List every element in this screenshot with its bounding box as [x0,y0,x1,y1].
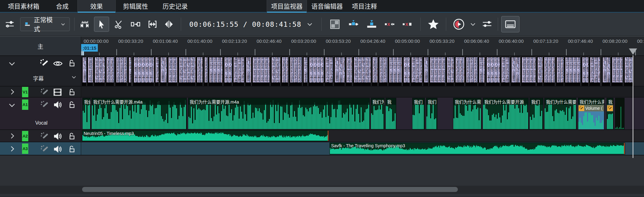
subtitle-clip[interactable]: 任何人都可以参与任何人都可以参与任何人都可以参与任何人都可以参与 [308,57,324,86]
subtitle-clip[interactable]: 自由和权利自由和权利自由和权利自由和权利自由和权利自由和权利自由 [289,57,302,86]
subtitle-tool-icon[interactable] [501,16,519,32]
render-preview-icon[interactable] [452,18,465,31]
slip-tool-icon[interactable] [161,17,176,32]
subtitle-clip[interactable]: 为软件的贡献为软件的贡献为软件的贡献为软件的贡献为软件的贡献为软件的贡献为软件的 [353,57,371,86]
collapse-track-icon[interactable] [8,59,16,68]
subtitle-clip[interactable]: 我们为什么需要开源我们为什么需要 [423,57,428,86]
audio-clip[interactable]: 我们为什么需要开源.m4a [92,98,187,130]
video-track-icon[interactable] [53,87,62,97]
timeline-marker-chip[interactable]: :01:15 [81,44,98,52]
audio-clip[interactable]: 我们为什么需 [453,98,481,130]
lock-open-icon[interactable] [68,88,76,96]
clip-fade-out-handle[interactable] [624,143,625,154]
subtitle-clip[interactable]: 源代码可以被查看 [128,57,131,86]
tab-project-monitor[interactable]: 项目监视器 [267,0,307,12]
a2-track-tag[interactable]: A2 [22,131,28,141]
subtitle-clip[interactable]: 自由和权利自由和权利自由和权利自 [556,57,564,86]
subtitle-clip[interactable]: 开源软件如何运作开源软件如何运作 [346,57,352,86]
edit-mode-dropdown[interactable]: 正常模式 [20,17,70,31]
overwrite-zone-icon[interactable] [366,18,378,30]
subtitle-clip[interactable]: 任何人都可以参与任何人都可以参与任何人都可以参与任何人都可以参与任何人都可以参与… [133,57,154,86]
subtitle-clip[interactable]: 透明开放的协作透明开放的协作透明开放的协作透明开 [501,57,509,86]
v1-track-header[interactable]: V1 [0,87,81,97]
tab-project-bin[interactable]: 项目素材箱 [0,0,47,12]
subtitle-clip[interactable]: 分发和改进的自由分发和改进的自由 [372,57,377,86]
audio-clip[interactable]: 我们 [426,98,437,130]
v1-track-lane[interactable] [81,87,644,97]
eye-icon[interactable] [53,59,63,69]
subtitle-clip[interactable]: 为软件的贡献为软件的贡献为软件的 [537,57,542,86]
playhead-line[interactable] [633,55,633,158]
chevron-down-icon[interactable] [70,74,77,81]
speaker-icon[interactable] [53,144,62,154]
clip-effect-strip[interactable]: V [607,105,613,111]
timeline-settings-icon[interactable] [4,19,15,30]
lock-open-icon[interactable] [68,132,76,140]
lock-open-icon[interactable] [68,59,76,67]
speaker-icon[interactable] [53,132,62,141]
audio-clip[interactable]: Savfk - The Travelling Symphony.mp3 [330,143,625,155]
subtitle-clip[interactable]: 我们为什么需要开源我们为什么需要 [245,57,251,86]
subtitle-clip[interactable]: 开源软件如何运作开源软件如何运作开源软件如何运作开源软件如何运作开源软件如何运作 [252,57,269,86]
a3-track-tag[interactable]: A3 [22,144,28,154]
subtitle-clip[interactable]: 我们为什么需要开源我们为什么需要 [82,57,86,86]
a2-track-lane[interactable]: Neutrin05 - Timeless.mp3 [81,130,644,142]
subtitle-clip[interactable]: 分发和改进的自由分发和改进的自由 [196,57,203,86]
subtitle-clip[interactable]: 我们为什么需要开源我们为什么需要开源我们为什么需 [334,57,345,86]
audio-clip[interactable]: 我们 [412,98,425,130]
subtitle-clip[interactable]: 自由和权利自由和权利自由和权利自由和权利自由和权利自由和权利自由 [465,57,477,86]
subtitle-clip[interactable]: 透明开放的协作透明开放的协作透明开放的协作透明开 [233,57,244,86]
subtitle-clip[interactable]: 为软件的贡献为软件的贡献为软件的贡献为软件的贡献 [94,57,105,86]
adjust-sliders-icon[interactable] [481,19,493,30]
audio-clip[interactable]: 我V [607,98,613,130]
favorite-effects-icon[interactable] [427,18,440,31]
subtitle-clip[interactable]: 开源软件如何运作开源软件如何运作开源软件如何运作 [611,57,623,86]
track-effects-icon[interactable] [40,88,49,97]
subtitle-clip[interactable]: 任何人都可以参与任何人都可以参与任何人都可以参与 [224,57,232,86]
audio-clip[interactable]: 我们 [82,98,91,130]
insert-zone-icon[interactable] [347,18,359,30]
a1-track-header[interactable]: A1 [0,98,81,129]
subtitle-clip[interactable]: 源代码可以被查看源代码可以被查看源代码可以被查看源代码可以被查看 [388,57,402,86]
subtitle-clip[interactable]: 我们为什么需要开源我们为什么需要 [160,57,167,86]
marker-ruler-icon[interactable] [77,17,92,32]
subtitle-clip[interactable]: 源代码可以被查看源代码可以被查看 [303,57,307,86]
extract-zone-icon[interactable]: x [384,19,395,30]
audio-clip[interactable]: 我们为什么需要开源.m4a [188,98,370,130]
subtitle-clip[interactable]: 源代码可以被查看源代码可以被查看 [478,57,485,86]
audio-clip[interactable]: 我们为什么需要开 [544,98,576,130]
master-track-header[interactable]: 主 [0,37,81,55]
subtitle-clip[interactable]: 透明开放的协作透 [155,57,158,86]
subtitle-clip[interactable]: 开源软件如何运作开源软件如何运作开源软件如何运作开源软件如何运作 [521,57,536,86]
subtitle-clip[interactable]: 开源软件如何运作开源软件如何运作开源软件如何运作开源软件如何运作开源软件如何运作 [429,57,445,86]
subtitle-clip[interactable]: 为软件的贡献为软件的贡献为软件的贡献为软件的贡献为软件的贡献为软件的贡献为软件的 [178,57,195,86]
subtitle-clip[interactable]: 开源软件如何运作开源软件如何运作 [87,57,93,86]
subtitle-clip[interactable]: 透明开放的协作透明开放的协作透明开放的协作透明开 [411,57,422,86]
subtitle-clip[interactable]: 源代码可以被查看源代码可以被查看源代码可以被查看源代码可以被查看 [208,57,222,86]
collapse-track-icon[interactable] [8,101,16,110]
audio-clip[interactable]: 我们 [530,98,543,130]
clip-fade-out-handle[interactable] [328,131,329,141]
expand-track-icon[interactable] [8,132,16,140]
playhead-handle[interactable] [629,48,637,55]
subtitle-clip[interactable]: 分发和改进的自由分发和改进的自由 [281,57,288,86]
subtitle-clip[interactable]: 开源软件如何运作开源软件如何运作开源软件如何运作 [168,57,177,86]
mix-clips-icon[interactable] [329,19,341,30]
track-effects-icon[interactable] [40,59,49,68]
subtitle-clip[interactable]: 为软件的贡献为软件的贡献为软件的贡献为软件的贡献 [624,57,633,86]
lift-zone-icon[interactable]: x [402,19,413,30]
timeline-ruler[interactable]: :01:15 00:00:00:0000:00:33:2000:01:06:40… [81,37,644,55]
tab-clip-properties[interactable]: 剪辑属性 [116,0,155,12]
audio-clip[interactable]: 我们为什么需要开源 [483,98,529,130]
subtitle-clip[interactable]: 任何人都可以参与任何人都可以参与任何人都可以参与任何人都可以参与 [486,57,500,86]
tab-history[interactable]: 历史记录 [155,0,195,12]
subtitle-clip[interactable]: 透明开放的协作透明开放的协作透明开放的协作透明开 [589,57,600,86]
audio-clip-selected[interactable]: 我们为什么需Volume ( [578,98,604,130]
subtitle-clip[interactable]: 自由和权利自由和 [204,57,208,86]
chevron-down-icon[interactable] [306,21,313,28]
timecode-display[interactable]: 00:06:15:55 / 00:08:41:58 [189,20,301,28]
subtitle-clip[interactable]: 为软件的贡献为软件的贡献为软件的贡献为软件的贡献 [271,57,280,86]
horizontal-scrollbar[interactable] [0,186,644,194]
audio-clip[interactable] [615,98,625,130]
tab-effects[interactable]: 效果 [77,0,116,12]
